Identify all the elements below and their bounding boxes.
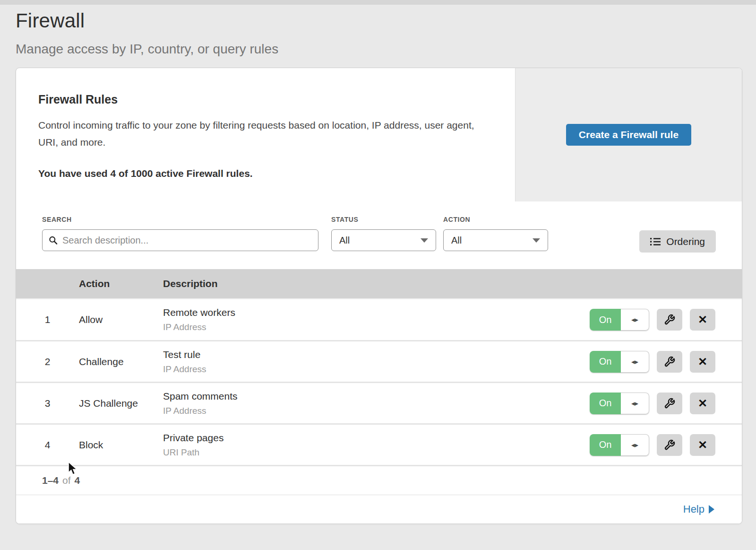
status-select[interactable]: All bbox=[331, 229, 436, 251]
pagination-range: 1–4 bbox=[42, 475, 59, 486]
filters-bar: SEARCH STATUS All ACTION All bbox=[16, 201, 742, 269]
toggle-on-label: On bbox=[590, 309, 621, 331]
rule-description: Test rule bbox=[163, 349, 590, 360]
help-arrow-icon bbox=[709, 505, 714, 514]
edit-rule-button[interactable] bbox=[657, 309, 682, 331]
help-link[interactable]: Help bbox=[683, 503, 714, 515]
rule-match-type: IP Address bbox=[163, 364, 590, 375]
toggle-on-label: On bbox=[590, 434, 621, 456]
rule-description: Remote workers bbox=[163, 307, 590, 318]
page-subtitle: Manage access by IP, country, or query r… bbox=[16, 42, 756, 57]
ordering-button[interactable]: Ordering bbox=[639, 230, 716, 253]
search-input[interactable] bbox=[62, 235, 312, 246]
rules-summary-section: Firewall Rules Control incoming traffic … bbox=[16, 68, 742, 201]
status-select-value: All bbox=[339, 235, 350, 246]
rule-priority: 3 bbox=[16, 398, 79, 409]
create-rule-panel: Create a Firewall rule bbox=[515, 68, 742, 201]
help-link-label: Help bbox=[683, 503, 704, 515]
wrench-icon bbox=[664, 439, 675, 451]
rules-section-title: Firewall Rules bbox=[38, 93, 496, 106]
rule-action: Challenge bbox=[79, 356, 163, 367]
close-icon: ✕ bbox=[698, 439, 707, 451]
card-footer: Help bbox=[16, 495, 742, 524]
pagination-of: of bbox=[62, 475, 71, 486]
delete-rule-button[interactable]: ✕ bbox=[690, 393, 715, 414]
rule-action: Allow bbox=[79, 314, 163, 325]
table-row: 2 Challenge Test rule IP Address On ◂▸ ✕ bbox=[16, 340, 742, 382]
create-firewall-rule-button[interactable]: Create a Firewall rule bbox=[566, 124, 691, 146]
rule-enabled-toggle[interactable]: On ◂▸ bbox=[590, 434, 649, 456]
ordering-button-label: Ordering bbox=[666, 236, 705, 247]
toggle-arrows-icon[interactable]: ◂▸ bbox=[621, 351, 649, 373]
ordering-list-icon bbox=[650, 237, 661, 246]
table-header: Action Description bbox=[16, 269, 742, 298]
close-icon: ✕ bbox=[698, 356, 707, 367]
dropdown-caret-icon bbox=[533, 238, 540, 243]
page-title: Firewall bbox=[16, 9, 756, 32]
delete-rule-button[interactable]: ✕ bbox=[690, 309, 715, 331]
rules-section-description: Control incoming traffic to your zone by… bbox=[38, 117, 492, 151]
rule-priority: 2 bbox=[16, 356, 79, 367]
toggle-arrows-icon[interactable]: ◂▸ bbox=[621, 393, 649, 414]
action-label: ACTION bbox=[443, 216, 548, 223]
wrench-icon bbox=[664, 356, 675, 367]
page-header: Firewall Manage access by IP, country, o… bbox=[0, 5, 756, 57]
rule-match-type: IP Address bbox=[163, 322, 590, 332]
table-row: 4 Block Private pages URI Path On ◂▸ ✕ bbox=[16, 423, 742, 465]
close-icon: ✕ bbox=[698, 398, 707, 409]
dropdown-caret-icon bbox=[421, 238, 428, 243]
toggle-on-label: On bbox=[590, 351, 621, 373]
close-icon: ✕ bbox=[698, 314, 707, 325]
rule-enabled-toggle[interactable]: On ◂▸ bbox=[590, 351, 649, 373]
wrench-icon bbox=[664, 398, 675, 409]
rule-priority: 4 bbox=[16, 439, 79, 451]
search-input-box[interactable] bbox=[42, 229, 318, 251]
rule-description: Private pages bbox=[163, 432, 590, 444]
toggle-on-label: On bbox=[590, 393, 621, 414]
search-label: SEARCH bbox=[42, 216, 318, 223]
toggle-arrows-icon[interactable]: ◂▸ bbox=[621, 434, 649, 456]
action-select[interactable]: All bbox=[443, 229, 548, 251]
status-label: STATUS bbox=[331, 216, 436, 223]
table-row: 3 JS Challenge Spam comments IP Address … bbox=[16, 382, 742, 423]
rules-usage-text: You have used 4 of 1000 active Firewall … bbox=[38, 168, 496, 179]
edit-rule-button[interactable] bbox=[657, 351, 682, 373]
edit-rule-button[interactable] bbox=[657, 434, 682, 456]
delete-rule-button[interactable]: ✕ bbox=[690, 434, 715, 456]
pagination-total: 4 bbox=[75, 475, 80, 486]
rule-action: Block bbox=[79, 439, 163, 451]
action-select-value: All bbox=[451, 235, 462, 246]
pagination: 1–4 of 4 bbox=[16, 465, 742, 495]
rule-priority: 1 bbox=[16, 314, 79, 325]
column-header-action: Action bbox=[79, 278, 163, 289]
rules-table-body: 1 Allow Remote workers IP Address On ◂▸ … bbox=[16, 298, 742, 465]
rule-match-type: URI Path bbox=[163, 447, 590, 458]
rule-enabled-toggle[interactable]: On ◂▸ bbox=[590, 393, 649, 414]
rule-action: JS Challenge bbox=[79, 398, 163, 409]
firewall-rules-card: Firewall Rules Control incoming traffic … bbox=[16, 68, 742, 524]
edit-rule-button[interactable] bbox=[657, 393, 682, 414]
rule-enabled-toggle[interactable]: On ◂▸ bbox=[590, 309, 649, 331]
delete-rule-button[interactable]: ✕ bbox=[690, 351, 715, 373]
rule-match-type: IP Address bbox=[163, 406, 590, 416]
wrench-icon bbox=[664, 314, 675, 325]
toggle-arrows-icon[interactable]: ◂▸ bbox=[621, 309, 649, 331]
rule-description: Spam comments bbox=[163, 391, 590, 402]
table-row: 1 Allow Remote workers IP Address On ◂▸ … bbox=[16, 298, 742, 340]
top-strip bbox=[0, 0, 756, 5]
column-header-description: Description bbox=[163, 278, 742, 289]
search-icon bbox=[49, 236, 58, 245]
